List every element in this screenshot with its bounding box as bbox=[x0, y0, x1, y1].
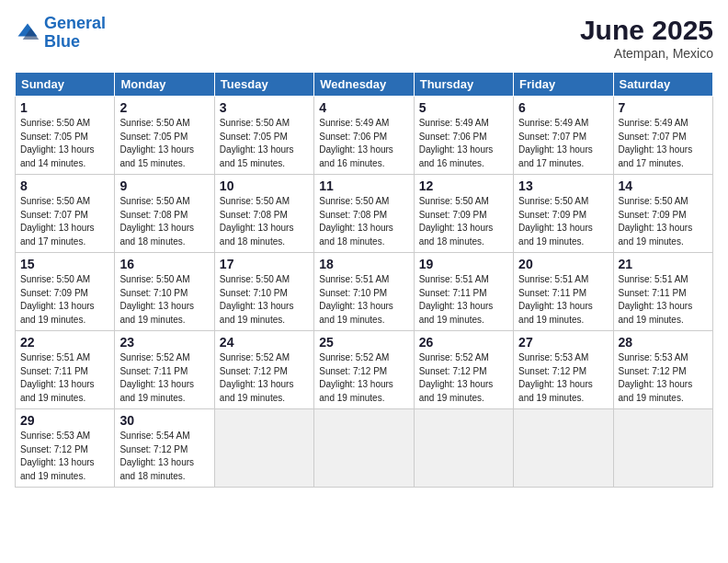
day-15: 15 Sunrise: 5:50 AMSunset: 7:09 PMDaylig… bbox=[16, 253, 115, 331]
empty-cell-3 bbox=[414, 409, 513, 488]
day-7: 7 Sunrise: 5:49 AMSunset: 7:07 PMDayligh… bbox=[613, 97, 712, 175]
day-27: 27 Sunrise: 5:53 AMSunset: 7:12 PMDaylig… bbox=[514, 331, 613, 409]
col-sunday: Sunday bbox=[16, 73, 115, 97]
day-6: 6 Sunrise: 5:49 AMSunset: 7:07 PMDayligh… bbox=[514, 97, 613, 175]
logo-icon bbox=[15, 20, 40, 46]
week-row-4: 22 Sunrise: 5:51 AMSunset: 7:11 PMDaylig… bbox=[16, 331, 713, 409]
day-24: 24 Sunrise: 5:52 AMSunset: 7:12 PMDaylig… bbox=[214, 331, 313, 409]
empty-cell-2 bbox=[314, 409, 414, 488]
empty-cell-1 bbox=[214, 409, 313, 488]
day-18: 18 Sunrise: 5:51 AMSunset: 7:10 PMDaylig… bbox=[314, 253, 414, 331]
col-tuesday: Tuesday bbox=[214, 73, 313, 97]
week-row-3: 15 Sunrise: 5:50 AMSunset: 7:09 PMDaylig… bbox=[16, 253, 713, 331]
day-1: 1 Sunrise: 5:50 AMSunset: 7:05 PMDayligh… bbox=[16, 97, 115, 175]
month-title: June 2025 bbox=[580, 15, 713, 46]
day-10: 10 Sunrise: 5:50 AMSunset: 7:08 PMDaylig… bbox=[214, 175, 313, 253]
day-16: 16 Sunrise: 5:50 AMSunset: 7:10 PMDaylig… bbox=[115, 253, 214, 331]
week-row-2: 8 Sunrise: 5:50 AMSunset: 7:07 PMDayligh… bbox=[16, 175, 713, 253]
day-17: 17 Sunrise: 5:50 AMSunset: 7:10 PMDaylig… bbox=[214, 253, 313, 331]
day-3: 3 Sunrise: 5:50 AMSunset: 7:05 PMDayligh… bbox=[214, 97, 313, 175]
day-11: 11 Sunrise: 5:50 AMSunset: 7:08 PMDaylig… bbox=[314, 175, 414, 253]
day-4: 4 Sunrise: 5:49 AMSunset: 7:06 PMDayligh… bbox=[314, 97, 414, 175]
calendar-table: Sunday Monday Tuesday Wednesday Thursday… bbox=[15, 72, 713, 488]
day-5: 5 Sunrise: 5:49 AMSunset: 7:06 PMDayligh… bbox=[414, 97, 513, 175]
col-thursday: Thursday bbox=[414, 73, 513, 97]
day-26: 26 Sunrise: 5:52 AMSunset: 7:12 PMDaylig… bbox=[414, 331, 513, 409]
day-8: 8 Sunrise: 5:50 AMSunset: 7:07 PMDayligh… bbox=[16, 175, 115, 253]
day-22: 22 Sunrise: 5:51 AMSunset: 7:11 PMDaylig… bbox=[16, 331, 115, 409]
day-20: 20 Sunrise: 5:51 AMSunset: 7:11 PMDaylig… bbox=[514, 253, 613, 331]
empty-cell-5 bbox=[613, 409, 712, 488]
week-row-5: 29 Sunrise: 5:53 AMSunset: 7:12 PMDaylig… bbox=[16, 409, 713, 488]
day-2: 2 Sunrise: 5:50 AMSunset: 7:05 PMDayligh… bbox=[115, 97, 214, 175]
day-23: 23 Sunrise: 5:52 AMSunset: 7:11 PMDaylig… bbox=[115, 331, 214, 409]
day-12: 12 Sunrise: 5:50 AMSunset: 7:09 PMDaylig… bbox=[414, 175, 513, 253]
week-row-1: 1 Sunrise: 5:50 AMSunset: 7:05 PMDayligh… bbox=[16, 97, 713, 175]
location: Atempan, Mexico bbox=[580, 46, 713, 61]
col-friday: Friday bbox=[514, 73, 613, 97]
day-14: 14 Sunrise: 5:50 AMSunset: 7:09 PMDaylig… bbox=[613, 175, 712, 253]
col-saturday: Saturday bbox=[613, 73, 712, 97]
logo: General Blue bbox=[15, 15, 106, 52]
logo-text: General Blue bbox=[44, 15, 106, 52]
day-30: 30 Sunrise: 5:54 AMSunset: 7:12 PMDaylig… bbox=[115, 409, 214, 488]
page-header: General Blue June 2025 Atempan, Mexico bbox=[15, 15, 713, 61]
empty-cell-4 bbox=[514, 409, 613, 488]
day-28: 28 Sunrise: 5:53 AMSunset: 7:12 PMDaylig… bbox=[613, 331, 712, 409]
calendar-header-row: Sunday Monday Tuesday Wednesday Thursday… bbox=[16, 73, 713, 97]
day-9: 9 Sunrise: 5:50 AMSunset: 7:08 PMDayligh… bbox=[115, 175, 214, 253]
day-21: 21 Sunrise: 5:51 AMSunset: 7:11 PMDaylig… bbox=[613, 253, 712, 331]
day-19: 19 Sunrise: 5:51 AMSunset: 7:11 PMDaylig… bbox=[414, 253, 513, 331]
day-13: 13 Sunrise: 5:50 AMSunset: 7:09 PMDaylig… bbox=[514, 175, 613, 253]
col-wednesday: Wednesday bbox=[314, 73, 414, 97]
col-monday: Monday bbox=[115, 73, 214, 97]
day-25: 25 Sunrise: 5:52 AMSunset: 7:12 PMDaylig… bbox=[314, 331, 414, 409]
day-29: 29 Sunrise: 5:53 AMSunset: 7:12 PMDaylig… bbox=[16, 409, 115, 488]
title-block: June 2025 Atempan, Mexico bbox=[580, 15, 713, 61]
